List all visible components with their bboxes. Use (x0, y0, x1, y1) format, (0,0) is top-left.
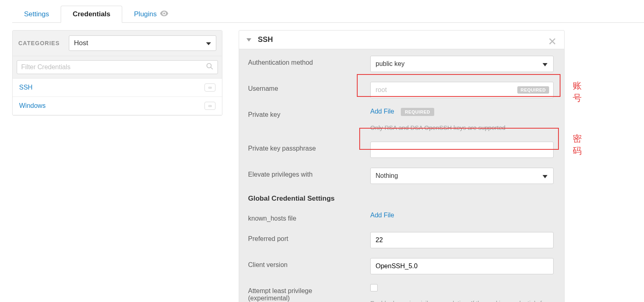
add-file-known-hosts[interactable]: Add File (370, 212, 394, 219)
auth-method-label: Authentication method (248, 56, 370, 66)
link-icon: ∞ (204, 102, 215, 110)
sidebar-item-ssh[interactable]: SSH ∞ (13, 79, 222, 97)
categories-label: CATEGORIES (18, 40, 60, 46)
client-version-input-wrap (370, 258, 554, 274)
search-icon (206, 63, 213, 72)
panel-header: SSH ✕ (239, 31, 564, 49)
elevate-select[interactable]: Nothing (370, 168, 554, 184)
filter-input[interactable] (21, 63, 213, 71)
annotation-label-password: 密码 (573, 133, 582, 157)
least-privilege-hint: Enable dynamic privilege escalation. If … (370, 299, 555, 302)
add-file-private-key[interactable]: Add File (370, 108, 394, 115)
tabs: Settings Credentials Plugins (12, 6, 644, 23)
svg-point-0 (163, 13, 165, 15)
global-credential-settings-heading: Global Credential Settings (248, 195, 555, 203)
sidebar-item-windows[interactable]: Windows ∞ (13, 97, 222, 115)
categories-select-value: Host (74, 39, 88, 47)
annotation-label-account: 账号 (573, 80, 582, 104)
required-badge: REQUIRED (517, 86, 549, 94)
least-privilege-label: Attempt least privilege (experimental) (248, 284, 370, 302)
required-badge: REQUIRED (401, 108, 434, 116)
preferred-port-input-wrap (370, 232, 554, 248)
passphrase-input[interactable] (376, 146, 548, 153)
sidebar: CATEGORIES Host SSH ∞ Windows ∞ (12, 30, 222, 116)
ssh-panel: SSH ✕ Authentication method public key U (239, 30, 565, 302)
elevate-label: Elevate privileges with (248, 168, 370, 178)
elevate-value: Nothing (376, 172, 398, 179)
preferred-port-input[interactable] (376, 236, 548, 244)
username-label: Username (248, 82, 370, 92)
least-privilege-checkbox[interactable] (370, 284, 378, 291)
known-hosts-label: known_hosts file (248, 212, 370, 222)
sidebar-item-label: SSH (19, 84, 33, 91)
svg-line-2 (211, 67, 213, 69)
client-version-input[interactable] (376, 263, 548, 270)
preferred-port-label: Preferred port (248, 232, 370, 243)
tab-settings[interactable]: Settings (12, 6, 61, 22)
collapse-toggle-icon[interactable] (246, 38, 251, 42)
client-version-label: Client version (248, 258, 370, 269)
filter-credentials[interactable] (17, 60, 218, 74)
sidebar-item-label: Windows (19, 102, 46, 109)
categories-select[interactable]: Host (69, 35, 216, 51)
username-input-wrap: REQUIRED (370, 82, 554, 98)
sidebar-header: CATEGORIES Host (13, 31, 222, 56)
svg-point-1 (207, 63, 211, 68)
close-icon[interactable]: ✕ (548, 35, 557, 48)
panel-title: SSH (258, 35, 273, 44)
tab-credentials[interactable]: Credentials (61, 6, 122, 23)
private-key-hint: Only RSA and DSA OpenSSH keys are suppor… (370, 123, 555, 132)
passphrase-label: Private key passphrase (248, 142, 370, 152)
auth-method-select[interactable]: public key (370, 56, 554, 72)
eye-icon (160, 10, 168, 18)
auth-method-value: public key (376, 60, 404, 68)
filter-wrap (13, 56, 222, 79)
private-key-label: Private key (248, 108, 370, 118)
link-icon: ∞ (204, 83, 215, 92)
tab-plugins-label: Plugins (134, 10, 157, 18)
passphrase-input-wrap (370, 142, 554, 158)
tab-plugins[interactable]: Plugins (122, 6, 180, 22)
